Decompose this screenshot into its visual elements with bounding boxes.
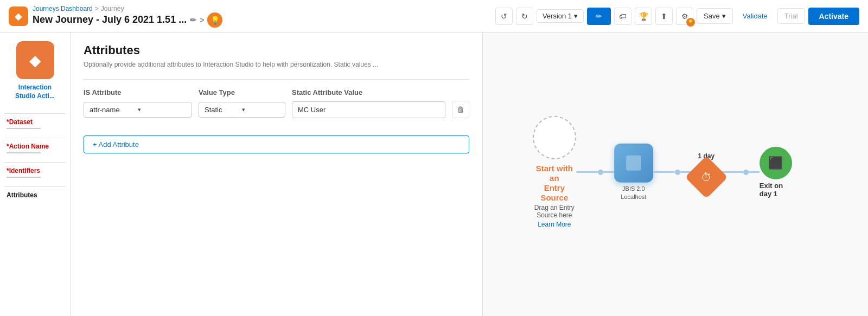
redo-button[interactable]: ↻ [516, 8, 533, 25]
connector-dot-3 [743, 169, 749, 175]
header-controls: ↺ ↻ Version 1 ▾ ✏ 🏷 🏆 ⬆ ⚙ 💡 Save ▾ Valid… [495, 8, 859, 25]
col-is-attr-label: IS Attribute [84, 88, 192, 96]
entry-learn-more-link[interactable]: Learn More [538, 220, 571, 228]
entry-drag-text: Drag an Entry Source here [533, 203, 576, 218]
canvas-area[interactable]: Start with an Entry Source Drag an Entry… [483, 33, 869, 316]
save-label: Save [704, 12, 720, 20]
sidebar: ◆ Interaction Studio Acti... *Dataset *A… [0, 33, 71, 316]
header-breadcrumb: Journeys Dashboard > Journey New Journey… [33, 5, 222, 28]
exit-node[interactable]: ⬛ Exit on day 1 [760, 146, 792, 197]
attributes-label[interactable]: Attributes [7, 191, 63, 199]
connector-2 [653, 169, 691, 175]
add-attribute-button[interactable]: + Add Attribute [84, 136, 469, 153]
breadcrumb-separator: > [95, 5, 99, 12]
journey-title: New Journey - July 6 2021 1.51 ... [33, 14, 187, 25]
export-button[interactable]: ⬆ [655, 8, 673, 25]
entry-circle [533, 115, 576, 159]
save-button[interactable]: Save ▾ [697, 8, 733, 24]
version-chevron: ▾ [574, 12, 578, 20]
main: ◆ Interaction Studio Acti... *Dataset *A… [0, 33, 868, 316]
gear-bulb: 💡 [686, 18, 695, 27]
col-sv-label: Static Attribute Value [292, 88, 443, 96]
timer-icon: ⏱ [701, 171, 712, 183]
version-label: Version 1 [542, 12, 572, 20]
jbis-node-inner [626, 156, 641, 171]
jbis-label: JBIS 2.0 Localhost [621, 185, 646, 201]
exit-icon: ⬛ [760, 146, 792, 179]
dataset-divider [7, 128, 41, 129]
vt-chevron: ▾ [242, 106, 279, 113]
connector-line-6 [749, 171, 760, 173]
is-attribute-select[interactable]: attr-name ▾ [84, 102, 192, 118]
sidebar-node-icon[interactable]: ◆ [16, 41, 54, 79]
connector-line-2 [603, 171, 614, 173]
jbis-node[interactable]: JBIS 2.0 Localhost [614, 144, 653, 201]
static-attr-value-input[interactable] [292, 101, 445, 118]
breadcrumb-link[interactable]: Journeys Dashboard [33, 5, 93, 12]
validate-button[interactable]: Validate [736, 9, 774, 23]
delete-attr-button[interactable]: 🗑 [452, 101, 469, 118]
connector-3 [722, 169, 760, 175]
jbis-label-line1: JBIS 2.0 [621, 185, 646, 192]
header: ◆ Journeys Dashboard > Journey New Journ… [0, 0, 868, 33]
entry-source-node[interactable]: Start with an Entry Source Drag an Entry… [533, 115, 576, 228]
trial-button[interactable]: Trial [777, 8, 805, 24]
connector-line-1 [576, 171, 598, 173]
identifiers-divider [7, 177, 41, 178]
connector-dot-2 [675, 169, 680, 175]
entry-title-line2: Entry Source [533, 183, 576, 202]
value-type-value: Static [205, 106, 242, 114]
header-logo: ◆ [9, 7, 28, 26]
pencil-button[interactable]: ✏ [587, 8, 611, 25]
title-arrow-icon: > [200, 16, 204, 24]
identifiers-label[interactable]: *Identifiers [7, 167, 63, 175]
attribute-row: attr-name ▾ Static ▾ 🗑 [84, 101, 469, 118]
dataset-label[interactable]: *Dataset [7, 118, 63, 126]
sidebar-section-dataset: *Dataset [4, 113, 66, 138]
save-chevron: ▾ [722, 12, 726, 20]
breadcrumb: Journeys Dashboard > Journey [33, 5, 222, 12]
attributes-panel: Attributes Optionally provide additional… [71, 33, 483, 316]
journey-diagram: Start with an Entry Source Drag an Entry… [533, 115, 792, 228]
logo-icon: ◆ [15, 10, 22, 22]
sidebar-section-attributes: Attributes [4, 186, 66, 205]
undo-button[interactable]: ↺ [495, 8, 513, 25]
exit-label: Exit on day 1 [760, 181, 792, 197]
entry-title-line1: Start with an [533, 163, 576, 183]
action-name-label[interactable]: *Action Name [7, 143, 63, 150]
version-selector[interactable]: Version 1 ▾ [537, 9, 584, 23]
jbis-node-icon [614, 144, 653, 183]
title-edit-icon[interactable]: ✏ [190, 16, 196, 24]
col-vt-label: Value Type [199, 88, 285, 96]
sidebar-section-identifiers: *Identifiers [4, 162, 66, 186]
sidebar-title: Interaction Studio Acti... [15, 83, 55, 100]
panel-divider [84, 79, 469, 80]
connector-line-5 [722, 171, 743, 173]
connector-line-3 [653, 171, 675, 173]
connector-1 [576, 169, 614, 175]
breadcrumb-current: Journey [101, 5, 124, 12]
sidebar-section-action-name: *Action Name [4, 138, 66, 162]
timer-node[interactable]: 1 day ⏱ [691, 152, 722, 192]
trophy-button[interactable]: 🏆 [635, 8, 652, 25]
panel-title: Attributes [84, 43, 469, 57]
timer-diamond: ⏱ [685, 156, 727, 198]
activate-button[interactable]: Activate [808, 8, 859, 25]
jbis-label-line2: Localhost [621, 192, 646, 200]
header-title-row: New Journey - July 6 2021 1.51 ... ✏ > 💡 [33, 12, 222, 28]
gear-button[interactable]: ⚙ 💡 [676, 8, 693, 25]
is-attr-chevron: ▾ [138, 106, 186, 113]
sticker-button[interactable]: 🏷 [614, 8, 631, 25]
entry-text: Start with an Entry Source Drag an Entry… [533, 163, 576, 228]
action-name-divider [7, 152, 41, 153]
is-attribute-value: attr-name [90, 106, 138, 114]
panel-subtitle: Optionally provide additional attributes… [84, 61, 469, 68]
attr-header-row: IS Attribute Value Type Static Attribute… [84, 88, 469, 96]
connector-dot-1 [598, 169, 603, 175]
value-type-select[interactable]: Static ▾ [199, 102, 285, 118]
title-bulb-icon[interactable]: 💡 [207, 12, 222, 28]
